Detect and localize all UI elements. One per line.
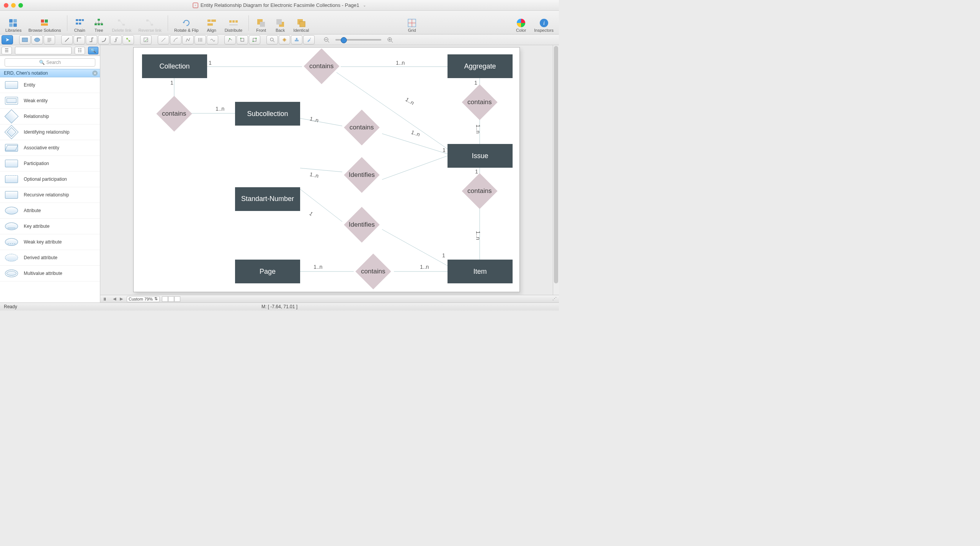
reverse-link-button[interactable]: Reverse link	[136, 13, 164, 33]
chain-button[interactable]: Chain	[71, 13, 88, 33]
close-icon[interactable]: ✕	[92, 70, 98, 76]
connector-tool-4[interactable]	[98, 35, 109, 44]
entity-aggregate[interactable]: Aggregate	[448, 54, 513, 78]
tree-button[interactable]: Tree	[90, 13, 107, 33]
line-tool-5[interactable]	[207, 35, 218, 44]
entity-item[interactable]: Item	[448, 260, 513, 283]
line-tool-1[interactable]	[158, 35, 169, 44]
minimize-icon[interactable]	[11, 3, 16, 8]
zoom-slider[interactable]	[335, 39, 381, 41]
lib-item-attribute[interactable]: Attribute	[0, 203, 100, 219]
relationship-contains-1[interactable]: contains	[304, 48, 339, 84]
line-tool-3[interactable]	[182, 35, 194, 44]
relationship-identifies-1[interactable]: Identifies	[344, 157, 379, 193]
lib-item-weak-entity[interactable]: Weak entity	[0, 93, 100, 109]
relationship-contains-2[interactable]: contains	[156, 96, 192, 131]
svg-rect-16	[98, 23, 100, 25]
eyedropper-tool[interactable]	[303, 35, 315, 44]
connector-tool-5[interactable]	[110, 35, 122, 44]
lib-item-key-attribute[interactable]: Key attribute	[0, 219, 100, 234]
zoom-in-button[interactable]	[384, 35, 396, 44]
relationship-contains-3[interactable]: contains	[344, 110, 379, 145]
tree-view-icon[interactable]: ☰	[2, 47, 12, 54]
lib-item-optional-participation[interactable]: Optional participation	[0, 172, 100, 187]
edit-tool-2[interactable]	[237, 35, 248, 44]
rotate-flip-button[interactable]: Rotate & Flip	[172, 13, 201, 33]
relationship-contains-6[interactable]: contains	[355, 253, 391, 289]
align-button[interactable]: Align	[203, 13, 220, 33]
page-prev-icon[interactable]: ◀	[111, 296, 118, 302]
pan-tool[interactable]	[279, 35, 290, 44]
grid-view-icon[interactable]: ☷	[75, 47, 85, 54]
zoom-tool[interactable]	[266, 35, 278, 44]
search-input[interactable]: 🔍 Search	[5, 58, 95, 67]
maximize-icon[interactable]	[18, 3, 23, 8]
lib-item-identifying-relationship[interactable]: Identifying relationship	[0, 124, 100, 140]
connector-tool-2[interactable]	[74, 35, 85, 44]
insert-tool[interactable]	[140, 35, 152, 44]
text-tool[interactable]	[44, 35, 55, 44]
lib-item-label: Relationship	[24, 114, 49, 119]
entity-page[interactable]: Page	[235, 260, 300, 283]
chevron-down-icon[interactable]: ⌄	[363, 3, 366, 7]
stamp-tool[interactable]	[291, 35, 302, 44]
lib-item-weak-key-attribute[interactable]: Weak key attribute	[0, 234, 100, 250]
view-mode-2[interactable]	[168, 296, 174, 302]
lib-item-associative-entity[interactable]: Associative entity	[0, 140, 100, 156]
page-next-icon[interactable]: ▶	[118, 296, 124, 302]
entity-standart-number[interactable]: Standart-Number	[235, 187, 300, 211]
pause-icon[interactable]: ⏸	[100, 297, 109, 301]
entity-issue[interactable]: Issue	[448, 144, 513, 168]
front-button[interactable]: Front	[253, 13, 270, 33]
svg-line-56	[128, 39, 129, 40]
connector-tool-6[interactable]	[122, 35, 134, 44]
delete-link-button[interactable]: Delete link	[109, 13, 134, 33]
libraries-button[interactable]: Libraries	[3, 13, 24, 33]
search-mode-icon[interactable]: 🔍	[88, 47, 98, 54]
relationship-contains-5[interactable]: contains	[462, 173, 497, 209]
entity-collection[interactable]: Collection	[142, 54, 207, 78]
relationship-contains-4[interactable]: contains	[462, 84, 497, 120]
zoom-out-button[interactable]	[321, 35, 332, 44]
identical-button[interactable]: Identical	[291, 13, 311, 33]
color-button[interactable]: Color	[513, 13, 529, 33]
back-button[interactable]: Back	[272, 13, 289, 33]
page[interactable]: Collection Aggregate Subcollection Issue…	[133, 47, 520, 292]
vertical-scrollbar[interactable]	[553, 45, 559, 295]
view-mode-3[interactable]	[174, 296, 180, 302]
lib-item-recursive-relationship[interactable]: Recursive relationship	[0, 187, 100, 203]
line-tool-4[interactable]	[194, 35, 206, 44]
canvas[interactable]: Collection Aggregate Subcollection Issue…	[100, 45, 559, 302]
lib-item-relationship[interactable]: Relationship	[0, 109, 100, 124]
browse-solutions-button[interactable]: Browse Solutions	[26, 13, 63, 33]
view-mode-1[interactable]	[162, 296, 168, 302]
lib-item-label: Derived attribute	[24, 255, 57, 260]
line-tool-2[interactable]	[170, 35, 181, 44]
lib-item-participation[interactable]: Participation	[0, 156, 100, 172]
cardinality: 1..n	[410, 129, 421, 137]
library-section-header[interactable]: ERD, Chen's notation ✕	[0, 69, 100, 77]
ellipse-tool[interactable]	[31, 35, 43, 44]
close-icon[interactable]	[4, 3, 8, 8]
relationship-identifies-2[interactable]: Identifies	[344, 207, 379, 242]
resize-handle-icon[interactable]: ⋰	[550, 296, 559, 301]
svg-rect-63	[241, 38, 244, 41]
cardinality: 1	[474, 80, 477, 86]
pointer-tool[interactable]: ➤	[2, 35, 13, 44]
browse-solutions-label: Browse Solutions	[28, 28, 61, 33]
lib-item-multivalue-attribute[interactable]: Multivalue attribute	[0, 266, 100, 281]
zoom-selector[interactable]: Custom 79% ⇅	[127, 296, 160, 302]
svg-line-89	[300, 168, 342, 172]
edit-tool-1[interactable]	[224, 35, 236, 44]
lib-item-entity[interactable]: Entity	[0, 77, 100, 93]
inspectors-button[interactable]: i Inspectors	[532, 13, 556, 33]
edit-tool-3[interactable]	[249, 35, 260, 44]
connector-tool-1[interactable]	[61, 35, 73, 44]
connector-tool-3[interactable]	[86, 35, 97, 44]
library-filter-input[interactable]	[15, 47, 72, 54]
entity-subcollection[interactable]: Subcollection	[235, 102, 300, 126]
grid-button[interactable]: Grid	[403, 13, 420, 33]
rectangle-tool[interactable]	[19, 35, 31, 44]
distribute-button[interactable]: Distribute	[222, 13, 245, 33]
lib-item-derived-attribute[interactable]: Derived attribute	[0, 250, 100, 266]
